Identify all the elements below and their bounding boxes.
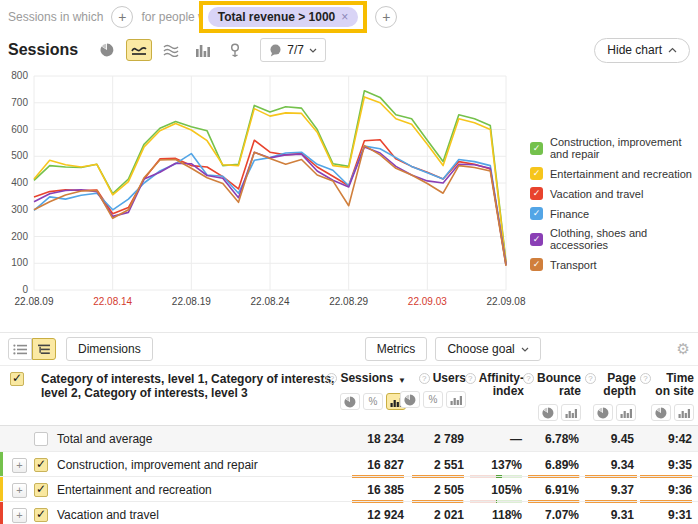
line-chart-icon[interactable] [126, 39, 152, 61]
metric-value: 9.37 [611, 483, 634, 497]
legend-item[interactable]: ✓Entertainment and recreation [530, 167, 694, 180]
y-tick-label: 0 [22, 284, 28, 295]
annotations-count: 7/7 [287, 43, 304, 57]
legend-checkbox-icon[interactable]: ✓ [530, 167, 543, 180]
table-row[interactable]: +✓Entertainment and recreation16 3852 50… [0, 476, 698, 501]
tree-view-icon[interactable] [32, 338, 56, 360]
row-checkbox[interactable] [34, 432, 48, 446]
chart-title: Sessions [8, 41, 78, 59]
add-filter-button[interactable]: + [375, 6, 397, 28]
row-label: Construction, improvement and repair [57, 458, 258, 472]
metric-value: 6.78% [545, 432, 579, 446]
comment-bubble-icon [269, 44, 282, 57]
table-row[interactable]: +✓Construction, improvement and repair16… [0, 451, 698, 476]
metric-value: — [510, 432, 522, 446]
plus-icon: + [382, 9, 390, 25]
row-checkbox[interactable]: ✓ [34, 508, 48, 522]
add-condition-button[interactable]: + [111, 6, 133, 28]
legend-item[interactable]: ✓Construction, improvement and repair [530, 136, 694, 160]
bars-toggle-icon[interactable] [446, 391, 466, 408]
column-header-page-depth[interactable]: ?Page depth [585, 366, 640, 425]
metrics-button[interactable]: Metrics [365, 337, 428, 361]
bars-toggle-icon[interactable] [616, 404, 636, 421]
metric-value-cell: 9:36 [640, 477, 698, 503]
legend-label: Vacation and travel [550, 188, 643, 200]
column-header-users[interactable]: ?Users% [410, 366, 470, 425]
column-header-bounce-rate[interactable]: ?Bounce rate [528, 366, 585, 425]
annotations-button[interactable]: 7/7 [260, 38, 326, 62]
map-pin-icon[interactable] [222, 39, 248, 61]
bars-toggle-icon[interactable] [674, 404, 694, 421]
row-checkbox[interactable]: ✓ [34, 458, 48, 472]
x-tick-label: 22.08.14 [93, 296, 132, 307]
metric-value-cell: 7.07% [528, 502, 585, 524]
percent-toggle-icon[interactable]: % [423, 391, 443, 408]
dimensions-button[interactable]: Dimensions [66, 337, 153, 361]
row-label-cell: +✓Entertainment and recreation [0, 477, 346, 503]
legend-item[interactable]: ✓Clothing, shoes and accessories [530, 227, 694, 251]
hide-chart-button[interactable]: Hide chart [594, 38, 690, 63]
stacked-area-icon[interactable] [158, 39, 184, 61]
chart-legend: ✓Construction, improvement and repair✓En… [530, 66, 694, 314]
pie-toggle-icon[interactable] [340, 393, 360, 410]
legend-item[interactable]: ✓Transport [530, 258, 694, 271]
metric-value-cell: — [470, 426, 528, 451]
metric-value: 2 789 [434, 432, 464, 446]
column-header-affinity-index[interactable]: ?Affinity-index [470, 366, 528, 425]
percent-toggle-icon[interactable]: % [363, 393, 383, 410]
sort-desc-icon: ▼ [398, 374, 406, 387]
metric-value: 16 827 [367, 458, 404, 472]
column-label: Page depth [599, 372, 636, 398]
expand-row-button[interactable]: + [12, 508, 27, 523]
legend-checkbox-icon[interactable]: ✓ [530, 187, 543, 200]
table-row[interactable]: Total and average18 2342 789—6.78%9.459:… [0, 426, 698, 451]
row-checkbox[interactable]: ✓ [34, 483, 48, 497]
legend-checkbox-icon[interactable]: ✓ [530, 233, 543, 246]
table-header-row: ✓ Category of interests, level 1, Catego… [0, 366, 698, 426]
metric-value-cell: 137% [470, 452, 528, 478]
bars-toggle-icon[interactable] [561, 404, 581, 421]
plus-icon: + [118, 9, 126, 25]
metric-value: 6.91% [545, 483, 579, 497]
metric-value: 2 021 [434, 508, 464, 522]
legend-checkbox-icon[interactable]: ✓ [530, 258, 543, 271]
choose-goal-label: Choose goal [447, 342, 514, 356]
legend-checkbox-icon[interactable]: ✓ [530, 142, 543, 155]
row-color-bar [0, 477, 3, 503]
metric-value-cell: 9.34 [585, 452, 640, 478]
close-icon[interactable]: × [341, 10, 348, 24]
pie-toggle-icon[interactable] [538, 404, 558, 421]
metric-value-cell: 6.91% [528, 477, 585, 503]
table-row[interactable]: +✓Vacation and travel12 9242 021118%7.07… [0, 501, 698, 524]
pie-chart-icon[interactable] [94, 39, 120, 61]
gear-icon[interactable]: ⚙ [677, 340, 690, 358]
metric-value-cell: 2 505 [410, 477, 470, 503]
legend-item[interactable]: ✓Vacation and travel [530, 187, 694, 200]
filter-chip-label: Total revenue > 1000 [218, 10, 336, 24]
flat-list-view-icon[interactable] [8, 338, 32, 360]
pie-toggle-icon[interactable] [593, 404, 613, 421]
row-color-bar [0, 502, 3, 524]
y-tick-label: 200 [11, 231, 28, 242]
pie-toggle-icon[interactable] [651, 404, 671, 421]
filter-chip[interactable]: Total revenue > 1000 × [208, 7, 359, 27]
legend-item[interactable]: ✓Finance [530, 207, 694, 220]
filter-bar: Sessions in which + for people wit Total… [0, 0, 698, 34]
pie-toggle-icon[interactable] [400, 391, 420, 408]
legend-checkbox-icon[interactable]: ✓ [530, 207, 543, 220]
table-body: Total and average18 2342 789—6.78%9.459:… [0, 426, 698, 524]
expand-row-button[interactable]: + [12, 458, 27, 473]
choose-goal-button[interactable]: Choose goal [435, 337, 540, 361]
metric-value-cell: 6.89% [528, 452, 585, 478]
metric-value: 9:42 [668, 432, 692, 446]
metric-value-cell: 2 789 [410, 426, 470, 451]
metric-value: 118% [492, 508, 522, 522]
expand-row-button[interactable]: + [12, 483, 27, 498]
metric-value: 16 385 [367, 483, 404, 497]
y-tick-label: 700 [11, 97, 28, 108]
select-all-checkbox[interactable]: ✓ [10, 372, 24, 386]
metrics-label: Metrics [377, 342, 416, 356]
column-header-time-on-site[interactable]: ?Time on site [640, 366, 698, 425]
metric-value: 9:35 [668, 458, 692, 472]
column-chart-icon[interactable] [190, 39, 216, 61]
